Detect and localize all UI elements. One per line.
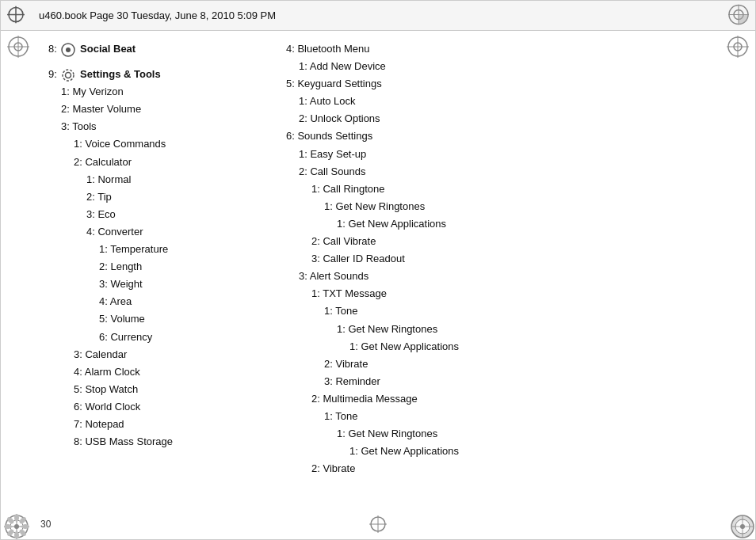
page-number: 30 — [40, 519, 51, 530]
right-item-6-3-1-3: 3: Reminder — [286, 373, 708, 390]
corner-bl — [4, 514, 26, 536]
content-area: 8: Social Beat 9: — [48, 40, 708, 500]
right-item-5-1: 1: Auto Lock — [286, 93, 708, 110]
section9-item-3-2-2: 2: Tip — [48, 188, 254, 206]
section9-item-3-2-4-2: 2: Length — [48, 258, 254, 276]
section9-item-3-6: 6: World Clock — [48, 398, 254, 416]
header-bar: u460.book Page 30 Tuesday, June 8, 2010 … — [1, 1, 755, 31]
section9-label: 9: — [48, 68, 57, 80]
corner-tr — [727, 36, 749, 58]
right-item-6: 6: Sounds Settings — [286, 127, 708, 145]
section9-item-3: 3: Tools — [48, 118, 254, 135]
svg-point-38 — [66, 72, 71, 78]
right-item-6-2-2: 2: Call Vibrate — [286, 233, 708, 250]
svg-point-39 — [63, 70, 74, 81]
section9-item-3-2-4-1: 1: Temperature — [48, 241, 254, 258]
right-item-6-3-1-2: 2: Vibrate — [286, 356, 708, 373]
corner-br — [730, 514, 752, 536]
social-beat-icon — [61, 43, 75, 57]
right-item-6-1: 1: Easy Set-up — [286, 146, 708, 163]
section9-item-3-2: 2: Calculator — [48, 154, 254, 171]
header-text: u460.book Page 30 Tuesday, June 8, 2010 … — [39, 10, 276, 21]
section9-item-3-2-4-4: 4: Area — [48, 293, 254, 310]
section-8: 8: Social Beat — [48, 40, 254, 58]
right-item-6-3-1-1: 1: Tone — [286, 302, 708, 320]
right-column: 4: Bluetooth Menu 1: Add New Device 5: K… — [286, 40, 708, 500]
section-9: 9: Settings & Tools 1: My Verizon 2: Mas… — [48, 66, 254, 451]
section9-item-3-2-4-3: 3: Weight — [48, 276, 254, 293]
right-item-6-3-2-2: 2: Vibrate — [286, 460, 708, 477]
settings-icon — [61, 68, 75, 82]
right-item-5: 5: Keyguard Settings — [286, 75, 708, 93]
right-item-4: 4: Bluetooth Menu — [286, 40, 708, 58]
left-column: 8: Social Beat 9: — [48, 40, 254, 500]
section9-item-3-2-3: 3: Eco — [48, 206, 254, 223]
right-item-6-3-2: 2: Multimedia Message — [286, 390, 708, 408]
page-container: u460.book Page 30 Tuesday, June 8, 2010 … — [0, 0, 756, 540]
section9-item-3-2-4-5: 5: Volume — [48, 310, 254, 328]
bottom-center-mark — [369, 515, 387, 533]
right-item-6-3-1-1-1: 1: Get New Ringtones — [286, 321, 708, 338]
section9-item-3-7: 7: Notepad — [48, 416, 254, 433]
header-reg-mark-right — [728, 4, 749, 25]
section9-item-3-2-4-6: 6: Currency — [48, 329, 254, 346]
section9-item-2: 2: Master Volume — [48, 101, 254, 118]
right-item-4-1: 1: Add New Device — [286, 58, 708, 75]
right-item-6-3-1: 1: TXT Message — [286, 285, 708, 302]
section9-item-3-1: 1: Voice Commands — [48, 135, 254, 153]
right-item-6-2-1: 1: Call Ringtone — [286, 181, 708, 198]
right-item-6-2: 2: Call Sounds — [286, 163, 708, 181]
svg-point-37 — [66, 48, 71, 52]
section9-item-3-3: 3: Calendar — [48, 346, 254, 363]
right-item-6-3: 3: Alert Sounds — [286, 268, 708, 285]
section9-item-3-4: 4: Alarm Clock — [48, 363, 254, 381]
right-item-6-2-1-1: 1: Get New Ringtones — [286, 198, 708, 215]
section9-item-3-2-4: 4: Converter — [48, 223, 254, 241]
right-item-6-3-2-1-1: 1: Get New Ringtones — [286, 425, 708, 443]
svg-point-20 — [14, 514, 19, 522]
right-item-6-2-1-1-1: 1: Get New Applications — [286, 215, 708, 233]
svg-point-22 — [21, 524, 29, 529]
section9-item-3-8: 8: USB Mass Storage — [48, 433, 254, 451]
right-item-6-3-1-1-1-1: 1: Get New Applications — [286, 338, 708, 356]
section9-item-1: 1: My Verizon — [48, 83, 254, 101]
section8-label: 8: — [48, 43, 57, 55]
corner-tl — [7, 36, 29, 58]
svg-point-24 — [14, 531, 19, 539]
svg-point-26 — [4, 524, 12, 529]
right-item-6-3-2-1: 1: Tone — [286, 408, 708, 425]
section9-title: Settings & Tools — [80, 68, 161, 80]
right-item-6-3-2-1-1-1: 1: Get New Applications — [286, 443, 708, 460]
section8-title: Social Beat — [80, 43, 136, 55]
header-reg-mark-left — [7, 6, 25, 23]
right-item-6-2-3: 3: Caller ID Readout — [286, 250, 708, 268]
section9-item-3-5: 5: Stop Watch — [48, 381, 254, 398]
right-item-5-2: 2: Unlock Options — [286, 110, 708, 127]
section9-item-3-2-1: 1: Normal — [48, 171, 254, 188]
